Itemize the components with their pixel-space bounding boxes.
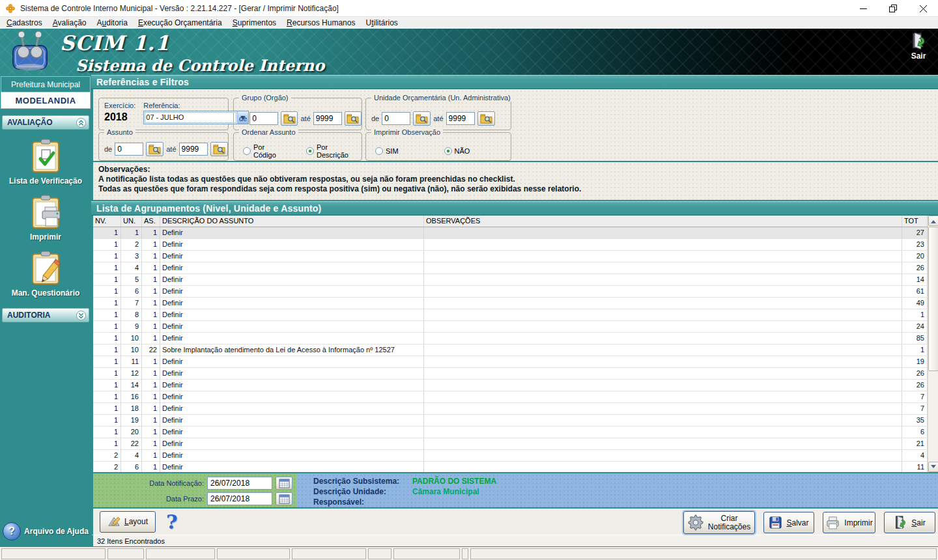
subsistema-label: Descrição Subsistema: <box>313 476 412 486</box>
col-nv[interactable]: NV. <box>93 216 121 227</box>
imprimir-obs-groupbox: Imprimir Observação SIMNÃO <box>365 132 511 161</box>
assunto-ate-input[interactable] <box>179 143 208 156</box>
menu-item[interactable]: Utilitários <box>360 18 403 27</box>
observations-title: Observações: <box>98 165 938 175</box>
radio-option[interactable]: SIM <box>375 147 399 155</box>
items-found-text: 32 Itens Encontrados <box>97 537 165 545</box>
menu-item[interactable]: Cadastros <box>1 18 48 27</box>
unidade-groupbox: Unidade Orçamentária (Un. Administrativa… <box>365 98 511 130</box>
unidade-label: Descrição Unidade: <box>313 486 412 497</box>
table-row[interactable]: 1 9 1 Definir 24 <box>93 321 928 333</box>
table-row[interactable]: 1 11 1 Definir 19 <box>93 356 928 368</box>
app-icon <box>5 3 16 14</box>
sidebar-item-man-questionario[interactable]: Man. Questionário <box>0 249 91 298</box>
radio-icon <box>243 147 251 155</box>
assunto-ate-lookup-button[interactable] <box>210 142 228 156</box>
col-desc[interactable]: DESCRIÇÃO DO ASSUNTO <box>160 216 424 227</box>
grupo-de-lookup-button[interactable] <box>281 111 298 126</box>
expand-icon[interactable] <box>76 311 86 320</box>
col-as[interactable]: AS. <box>142 216 160 227</box>
status-cell <box>146 548 215 559</box>
main-area: Referências e Filtros Exercício: 2018 Re… <box>91 75 938 547</box>
assunto-groupbox: Assunto de até <box>98 132 229 161</box>
table-row[interactable]: 2 6 1 Definir 11 <box>93 462 928 472</box>
unidade-ate-lookup-button[interactable] <box>477 111 495 126</box>
table-row[interactable]: 1 16 1 Definir 7 <box>93 391 928 403</box>
data-prazo-input[interactable] <box>207 492 272 505</box>
edit-icon <box>28 249 63 286</box>
sidebar-item-imprimir[interactable]: Imprimir <box>0 193 91 242</box>
salvar-button[interactable]: Salvar <box>763 512 814 533</box>
observations-line1: A notificação lista todas as questões qu… <box>98 175 938 184</box>
vertical-scrollbar[interactable] <box>928 216 938 472</box>
table-row[interactable]: 1 1 1 Definir 27 <box>93 227 928 239</box>
help-question-icon[interactable]: ? <box>166 511 178 533</box>
layout-button[interactable]: Layout <box>100 511 156 533</box>
sidebar-item-lista-verificacao[interactable]: Lista de Verificação <box>0 137 91 186</box>
table-row[interactable]: 1 8 1 Definir 1 <box>93 309 928 321</box>
items-found-bar: 32 Itens Encontrados <box>91 535 938 546</box>
table-row[interactable]: 1 7 1 Definir 49 <box>93 298 928 309</box>
col-un[interactable]: UN. <box>121 216 142 227</box>
help-file-link[interactable]: ? Arquivo de Ajuda <box>0 522 91 540</box>
unidade-de-input[interactable] <box>382 112 410 125</box>
grupo-ate-lookup-button[interactable] <box>345 111 362 126</box>
data-prazo-calendar-button[interactable] <box>276 492 292 505</box>
radio-icon <box>375 147 383 155</box>
grupo-de-input[interactable] <box>249 112 278 125</box>
table-row[interactable]: 1 10 22 Sobre Implantação atendimento da… <box>93 344 928 356</box>
col-obs[interactable]: OBSERVAÇÕES <box>424 216 902 227</box>
data-notificacao-calendar-button[interactable] <box>276 477 292 490</box>
table-row[interactable]: 2 4 1 Definir 4 <box>93 450 928 462</box>
restore-button[interactable] <box>878 0 908 17</box>
sidebar-tab-prefeitura[interactable]: Prefeitura Municipal <box>1 76 91 92</box>
scroll-thumb[interactable] <box>928 227 938 371</box>
assunto-de-lookup-button[interactable] <box>146 142 163 156</box>
radio-option[interactable]: Por Descrição <box>306 143 362 159</box>
sidebar-section-auditoria[interactable]: AUDITORIA <box>2 308 89 322</box>
menu-item[interactable]: Avaliação <box>48 18 92 27</box>
scroll-up-arrow[interactable] <box>928 216 938 226</box>
assunto-de-input[interactable] <box>115 143 143 156</box>
status-cell <box>292 548 366 559</box>
table-row[interactable]: 1 3 1 Definir 20 <box>93 251 928 262</box>
menu-item[interactable]: Suprimentos <box>227 18 281 27</box>
grupo-ate-input[interactable] <box>313 112 342 125</box>
sair-button[interactable]: Sair <box>884 512 935 533</box>
criar-notificacoes-button[interactable]: CriarNotificações <box>683 511 755 534</box>
table-row[interactable]: 1 14 1 Definir 26 <box>93 380 928 391</box>
table-row[interactable]: 1 4 1 Definir 26 <box>93 262 928 274</box>
status-cell <box>470 548 937 559</box>
collapse-icon[interactable] <box>76 118 86 128</box>
scroll-down-arrow[interactable] <box>928 462 938 472</box>
table-row[interactable]: 1 12 1 Definir 26 <box>93 368 928 380</box>
sidebar-section-avaliacao[interactable]: AVALIAÇÃO <box>2 115 89 130</box>
description-box: Descrição Subsistema: PADRÃO DO SISTEMA … <box>296 473 938 507</box>
grid-header-row: NV. UN. AS. DESCRIÇÃO DO ASSUNTO OBSERVA… <box>93 216 928 227</box>
unidade-ate-input[interactable] <box>446 112 475 125</box>
minimize-button[interactable] <box>848 0 878 17</box>
menu-item[interactable]: Auditoria <box>92 18 133 27</box>
col-tot[interactable]: TOT <box>902 216 928 227</box>
close-button[interactable] <box>908 0 938 17</box>
table-row[interactable]: 1 6 1 Definir 61 <box>93 286 928 298</box>
table-row[interactable]: 1 18 1 Definir 7 <box>93 403 928 415</box>
menu-item[interactable]: Recursos Humanos <box>281 18 360 27</box>
menu-item[interactable]: Execução Orçamentária <box>133 18 227 27</box>
exercicio-value: 2018 <box>104 111 135 123</box>
radio-option[interactable]: NÃO <box>444 147 470 155</box>
banner-exit-button[interactable]: Sair <box>904 33 933 61</box>
radio-option[interactable]: Por Código <box>243 143 289 159</box>
table-row[interactable]: 1 20 1 Definir 6 <box>93 427 928 438</box>
observations-panel: Observações: A notificação lista todas a… <box>91 162 938 201</box>
table-row[interactable]: 1 2 1 Definir 23 <box>93 239 928 251</box>
unidade-de-lookup-button[interactable] <box>413 111 431 126</box>
title-bar: Sistema de Controle Interno Municipal - … <box>0 0 938 17</box>
table-row[interactable]: 1 19 1 Definir 35 <box>93 415 928 427</box>
table-row[interactable]: 1 10 1 Definir 85 <box>93 333 928 344</box>
table-row[interactable]: 1 22 1 Definir 21 <box>93 438 928 450</box>
imprimir-button[interactable]: Imprimir <box>823 512 875 533</box>
table-row[interactable]: 1 5 1 Definir 14 <box>93 274 928 286</box>
data-notificacao-input[interactable] <box>207 477 272 490</box>
status-cell <box>368 548 391 559</box>
